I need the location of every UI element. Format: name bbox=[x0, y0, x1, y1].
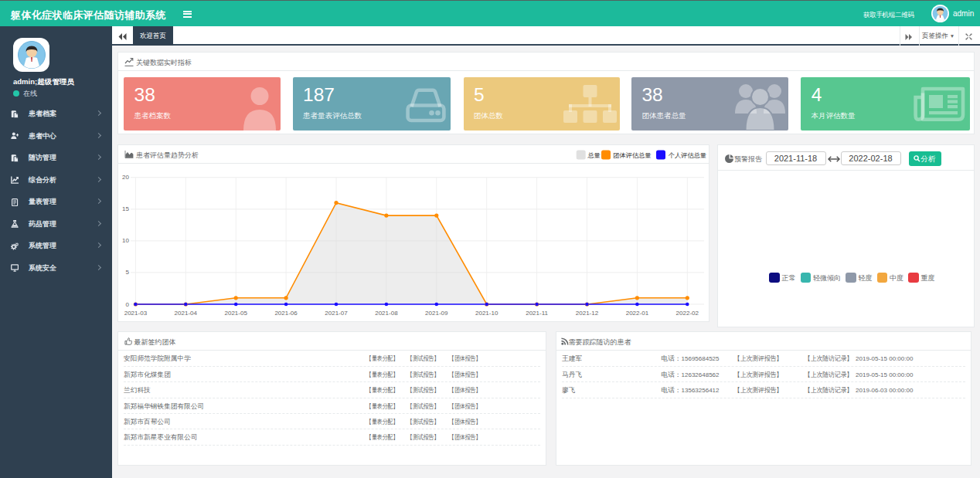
svg-text:2021-11: 2021-11 bbox=[526, 310, 548, 317]
svg-text:0: 0 bbox=[126, 300, 130, 307]
svg-text:2021-03: 2021-03 bbox=[124, 310, 148, 317]
svg-text:2021-06: 2021-06 bbox=[274, 310, 298, 317]
svg-text:2021-04: 2021-04 bbox=[175, 310, 198, 317]
svg-text:个人评估总量: 个人评估总量 bbox=[669, 151, 707, 158]
svg-text:2021-08: 2021-08 bbox=[375, 310, 398, 317]
svg-text:2021-09: 2021-09 bbox=[425, 310, 448, 317]
svg-text:15: 15 bbox=[122, 205, 129, 212]
svg-text:10: 10 bbox=[122, 237, 129, 244]
svg-text:20: 20 bbox=[122, 174, 129, 181]
svg-text:2021-10: 2021-10 bbox=[475, 310, 499, 317]
svg-text:团体评估总量: 团体评估总量 bbox=[613, 151, 652, 158]
svg-text:2022-02: 2022-02 bbox=[676, 310, 699, 317]
svg-text:2021-07: 2021-07 bbox=[325, 310, 348, 317]
svg-text:5: 5 bbox=[126, 269, 130, 276]
svg-text:2021-12: 2021-12 bbox=[576, 310, 599, 317]
svg-text:总量: 总量 bbox=[587, 151, 601, 158]
svg-text:2022-01: 2022-01 bbox=[626, 310, 649, 317]
svg-text:2021-05: 2021-05 bbox=[225, 310, 248, 317]
